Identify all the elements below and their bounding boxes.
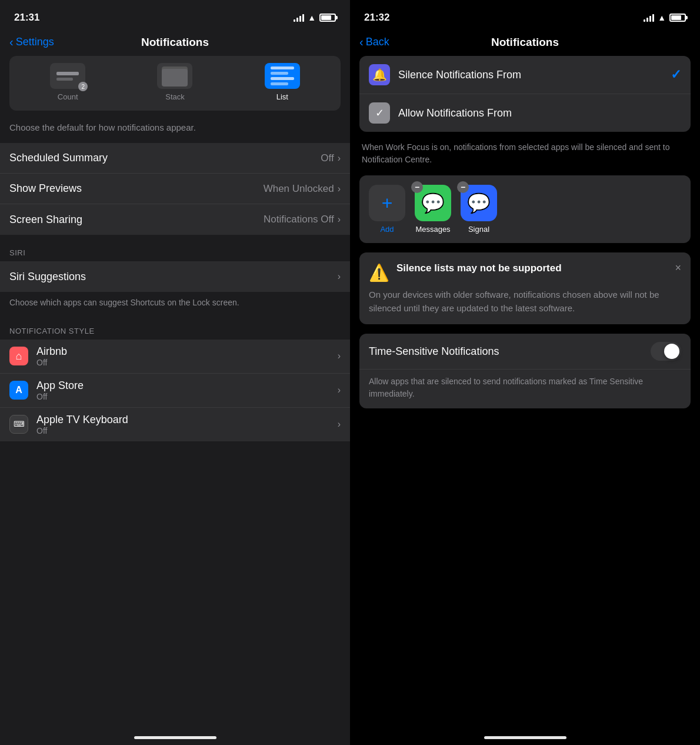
right-home-indicator: [350, 721, 700, 745]
signal-app-label: Signal: [468, 225, 489, 234]
appletv-info: Apple TV Keyboard Off: [36, 414, 338, 435]
grouping-desc-text: Choose the default for how notifications…: [9, 122, 196, 132]
grouping-card: 2 Count Stack: [9, 56, 341, 111]
show-previews-row[interactable]: Show Previews When Unlocked ›: [0, 174, 350, 204]
right-status-bar: 21:32 ▲: [350, 0, 700, 31]
siri-description-container: Choose which apps can suggest Shortcuts …: [0, 292, 350, 318]
notif-style-label: NOTIFICATION STYLE: [9, 327, 95, 335]
warning-header: ⚠️ Silence lists may not be supported ×: [369, 262, 681, 282]
left-battery-icon: [319, 14, 336, 22]
grouping-list[interactable]: List: [229, 63, 336, 101]
allow-icon: ✓: [369, 102, 390, 124]
right-nav-header: ‹ Back Notifications: [350, 31, 700, 56]
messages-app-icon: − 💬: [415, 185, 451, 221]
warning-close-button[interactable]: ×: [675, 262, 681, 274]
left-time: 21:31: [14, 12, 39, 24]
airbnb-name: Airbnb: [36, 345, 338, 358]
right-nav-title: Notifications: [491, 36, 559, 49]
siri-section-label: SIRI: [9, 248, 25, 257]
allow-row[interactable]: ✓ Allow Notifications From: [359, 94, 691, 132]
stack-label: Stack: [165, 92, 185, 101]
signal-app-icon: − 💬: [461, 185, 497, 221]
screen-sharing-label: Screen Sharing: [9, 214, 264, 226]
right-scroll-area[interactable]: 🔔 Silence Notifications From ✓ ✓ Allow N…: [350, 56, 700, 721]
left-home-indicator: [0, 721, 350, 745]
right-time: 21:32: [364, 12, 389, 24]
siri-suggestions-row[interactable]: Siri Suggestions ›: [0, 261, 350, 292]
warning-title: Silence lists may not be supported: [396, 262, 668, 275]
left-scroll-area[interactable]: 2 Count Stack: [0, 56, 350, 721]
appletv-row[interactable]: ⌨ Apple TV Keyboard Off ›: [0, 408, 350, 441]
appletv-icon: ⌨: [9, 415, 28, 434]
airbnb-row[interactable]: ⌂ Airbnb Off ›: [0, 340, 350, 374]
appstore-status: Off: [36, 392, 338, 401]
silence-checkmark-icon: ✓: [671, 67, 681, 82]
show-previews-chevron-icon: ›: [338, 184, 341, 194]
appletv-chevron-icon: ›: [338, 419, 341, 430]
show-previews-value: When Unlocked: [264, 183, 334, 195]
grouping-description: Choose the default for how notifications…: [0, 115, 350, 143]
right-wifi-icon: ▲: [658, 13, 666, 22]
left-nav-title: Notifications: [141, 36, 209, 49]
list-label: List: [276, 92, 288, 101]
silence-icon: 🔔: [369, 64, 390, 85]
show-previews-label: Show Previews: [9, 182, 264, 195]
right-back-label: Back: [366, 36, 389, 48]
allow-label: Allow Notifications From: [398, 107, 681, 119]
add-app-thumb[interactable]: + Add: [369, 185, 405, 234]
grouping-container: 2 Count Stack: [0, 56, 350, 115]
right-back-button[interactable]: ‹ Back: [359, 35, 389, 49]
siri-suggestions-chevron-icon: ›: [338, 271, 341, 282]
screen-sharing-row[interactable]: Screen Sharing Notifications Off ›: [0, 204, 350, 235]
right-signal-icon: [644, 14, 654, 22]
grouping-icons: 2 Count Stack: [14, 63, 336, 101]
airbnb-chevron-icon: ›: [338, 351, 341, 361]
time-sensitive-row[interactable]: Time-Sensitive Notifications: [359, 334, 691, 370]
count-icon-box: 2: [50, 63, 85, 89]
siri-row-container: Siri Suggestions ›: [0, 261, 350, 292]
notif-style-header: NOTIFICATION STYLE: [0, 318, 350, 340]
appletv-name: Apple TV Keyboard: [36, 414, 338, 426]
scheduled-summary-row[interactable]: Scheduled Summary Off ›: [0, 143, 350, 174]
screen-sharing-chevron-icon: ›: [338, 214, 341, 225]
siri-suggestions-label: Siri Suggestions: [9, 271, 338, 283]
siri-section-header: SIRI: [0, 235, 350, 261]
siri-description-text: Choose which apps can suggest Shortcuts …: [9, 298, 239, 307]
appstore-icon: A: [9, 381, 28, 400]
scheduled-summary-label: Scheduled Summary: [9, 152, 321, 164]
main-rows-section: Scheduled Summary Off › Show Previews Wh…: [0, 143, 350, 235]
right-home-bar: [484, 736, 566, 739]
silence-label: Silence Notifications From: [398, 69, 671, 81]
airbnb-status: Off: [36, 358, 338, 367]
grouping-stack[interactable]: Stack: [121, 63, 228, 101]
appstore-chevron-icon: ›: [338, 385, 341, 395]
left-status-bar: 21:31 ▲: [0, 0, 350, 31]
time-sensitive-label: Time-Sensitive Notifications: [369, 345, 651, 358]
time-sensitive-toggle[interactable]: [651, 342, 681, 361]
add-app-label: Add: [380, 225, 394, 234]
grouping-count[interactable]: 2 Count: [14, 63, 121, 101]
airbnb-info: Airbnb Off: [36, 345, 338, 367]
scheduled-summary-value: Off: [321, 152, 334, 164]
time-sensitive-desc: Allow apps that are silenced to send not…: [359, 370, 691, 408]
left-status-icons: ▲: [294, 13, 336, 22]
apps-card: + Add − 💬 Messages − 💬: [359, 175, 691, 243]
right-content: 🔔 Silence Notifications From ✓ ✓ Allow N…: [350, 56, 700, 431]
appstore-name: App Store: [36, 380, 338, 392]
messages-remove-badge: −: [411, 181, 423, 193]
scheduled-summary-chevron-icon: ›: [338, 153, 341, 164]
silence-row[interactable]: 🔔 Silence Notifications From ✓: [359, 56, 691, 94]
right-back-chevron-icon: ‹: [359, 35, 364, 49]
airbnb-icon: ⌂: [9, 347, 28, 365]
signal-app-thumb[interactable]: − 💬 Signal: [461, 185, 497, 234]
stack-icon-box: [157, 63, 192, 89]
warning-card: ⚠️ Silence lists may not be supported × …: [359, 252, 691, 324]
messages-app-thumb[interactable]: − 💬 Messages: [415, 185, 451, 234]
left-back-chevron-icon: ‹: [9, 35, 14, 49]
appletv-status: Off: [36, 426, 338, 435]
left-back-button[interactable]: ‹ Settings: [9, 35, 54, 49]
left-signal-icon: [294, 14, 304, 22]
appstore-info: App Store Off: [36, 380, 338, 401]
left-nav-header: ‹ Settings Notifications: [0, 31, 350, 56]
appstore-row[interactable]: A App Store Off ›: [0, 374, 350, 408]
